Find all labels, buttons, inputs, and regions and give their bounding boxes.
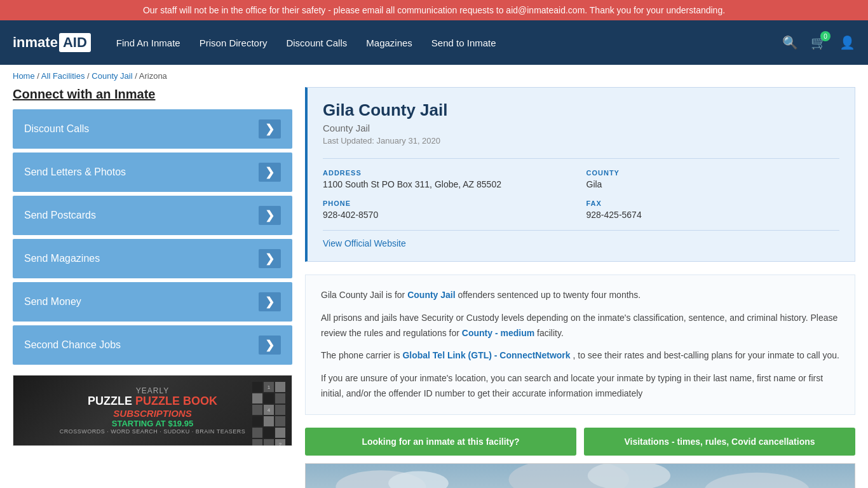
sidebar: Connect with an Inmate Discount Calls ❯ …: [13, 87, 292, 488]
top-banner: Our staff will not be in the office for …: [0, 0, 868, 20]
address-section: ADDRESS 1100 South St PO Box 311, Globe,…: [323, 169, 576, 189]
desc-para2: All prisons and jails have Security or C…: [321, 311, 839, 341]
breadcrumb-state: Arizona: [139, 71, 167, 81]
view-official-link[interactable]: View Official Website: [323, 238, 406, 248]
sidebar-advertisement[interactable]: 1 4 2: [13, 375, 292, 446]
sidebar-title: Connect with an Inmate: [13, 87, 292, 102]
desc-para1: Gila County Jail is for County Jail offe…: [321, 288, 839, 303]
main-container: Connect with an Inmate Discount Calls ❯ …: [0, 87, 868, 488]
main-nav: Find An Inmate Prison Directory Discount…: [116, 37, 782, 48]
main-content: Gila County Jail County Jail Last Update…: [305, 87, 855, 488]
action-buttons: Looking for an inmate at this facility? …: [305, 428, 855, 456]
fax-label: FAX: [587, 200, 840, 207]
nav-magazines[interactable]: Magazines: [366, 37, 412, 48]
breadcrumb-county-jail[interactable]: County Jail: [92, 71, 132, 81]
desc-para4: If you are unsure of your inmate's locat…: [321, 371, 839, 402]
breadcrumb-home[interactable]: Home: [13, 71, 35, 81]
svg-point-4: [588, 464, 670, 488]
phone-label: PHONE: [323, 200, 576, 207]
search-button[interactable]: 🔍: [782, 35, 798, 50]
sidebar-second-chance-jobs[interactable]: Second Chance Jobs ❯: [13, 325, 292, 365]
chevron-right-icon: ❯: [259, 249, 281, 268]
fax-section: FAX 928-425-5674: [587, 200, 840, 220]
chevron-right-icon: ❯: [259, 119, 281, 139]
logo[interactable]: inmateAID: [13, 33, 91, 52]
nav-find-inmate[interactable]: Find An Inmate: [116, 37, 180, 48]
breadcrumb-all-facilities[interactable]: All Facilities: [41, 71, 85, 81]
view-official-section: View Official Website: [323, 230, 839, 248]
ad-crossword-grid: 1 4 2: [252, 382, 285, 445]
logo-inmate: inmate: [13, 34, 58, 51]
phone-section: PHONE 928-402-8570: [323, 200, 576, 220]
cart-button[interactable]: 🛒 0: [811, 35, 827, 50]
facility-photo: [305, 463, 855, 488]
sidebar-send-money[interactable]: Send Money ❯: [13, 282, 292, 322]
sidebar-send-magazines[interactable]: Send Magazines ❯: [13, 239, 292, 278]
gtl-link[interactable]: Global Tel Link (GTL) - ConnectNetwork: [402, 350, 570, 360]
chevron-right-icon: ❯: [259, 336, 281, 355]
looking-for-inmate-button[interactable]: Looking for an inmate at this facility?: [305, 428, 576, 456]
breadcrumb: Home / All Facilities / County Jail / Ar…: [0, 65, 868, 87]
sidebar-send-letters[interactable]: Send Letters & Photos ❯: [13, 152, 292, 192]
ad-text: YEARLY PUZZLE PUZZLE BOOK SUBSCRIPTIONS …: [53, 380, 252, 441]
logo-aid: AID: [59, 33, 91, 52]
facility-details: ADDRESS 1100 South St PO Box 311, Globe,…: [323, 158, 839, 220]
facility-card: Gila County Jail County Jail Last Update…: [305, 87, 855, 262]
chevron-right-icon: ❯: [259, 163, 281, 182]
county-label: COUNTY: [587, 169, 840, 177]
address-value: 1100 South St PO Box 311, Globe, AZ 8550…: [323, 179, 576, 189]
nav-discount-calls[interactable]: Discount Calls: [286, 37, 347, 48]
facility-type: County Jail: [323, 123, 839, 133]
sidebar-send-postcards[interactable]: Send Postcards ❯: [13, 196, 292, 235]
sidebar-discount-calls[interactable]: Discount Calls ❯: [13, 109, 292, 149]
header: inmateAID Find An Inmate Prison Director…: [0, 20, 868, 65]
user-button[interactable]: 👤: [839, 35, 855, 50]
photo-background: [306, 464, 855, 488]
desc-para3: The phone carrier is Global Tel Link (GT…: [321, 348, 839, 363]
county-medium-link[interactable]: County - medium: [462, 328, 534, 338]
county-section: COUNTY Gila: [587, 169, 840, 189]
chevron-right-icon: ❯: [259, 206, 281, 225]
ad-image: 1 4 2: [13, 376, 292, 445]
phone-value: 928-402-8570: [323, 210, 576, 220]
facility-last-updated: Last Updated: January 31, 2020: [323, 136, 839, 146]
county-jail-link[interactable]: County Jail: [407, 290, 455, 300]
county-value: Gila: [587, 179, 840, 189]
nav-send-to-inmate[interactable]: Send to Inmate: [431, 37, 496, 48]
nav-icons: 🔍 🛒 0 👤: [782, 35, 855, 50]
fax-value: 928-425-5674: [587, 210, 840, 220]
nav-prison-directory[interactable]: Prison Directory: [200, 37, 268, 48]
visitations-button[interactable]: Visitations - times, rules, Covid cancel…: [584, 428, 855, 456]
facility-name: Gila County Jail: [323, 100, 839, 120]
address-label: ADDRESS: [323, 169, 576, 177]
facility-photo-svg: [306, 464, 855, 488]
cart-badge: 0: [820, 31, 831, 41]
chevron-right-icon: ❯: [259, 292, 281, 311]
facility-description: Gila County Jail is for County Jail offe…: [305, 274, 855, 415]
